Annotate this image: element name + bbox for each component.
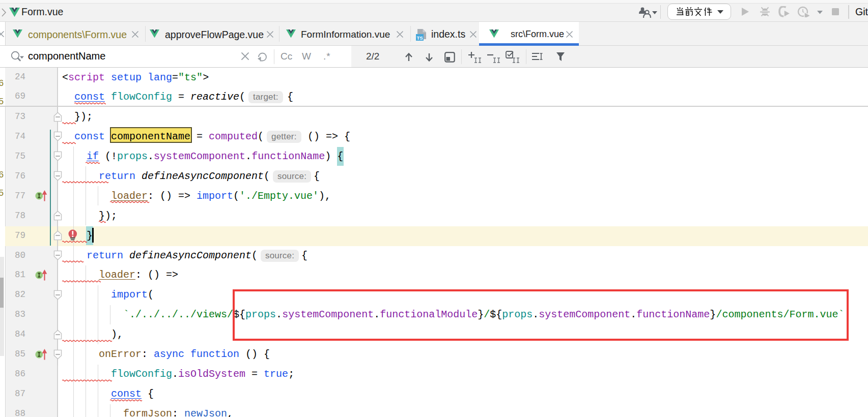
svg-text:TS: TS <box>416 35 423 41</box>
